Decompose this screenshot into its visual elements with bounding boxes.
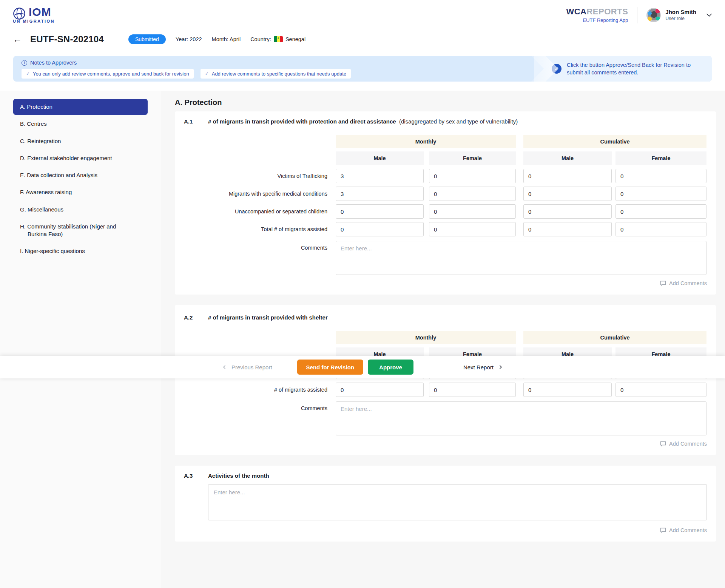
sidebar-item-protection[interactable]: A. Protection (13, 99, 148, 115)
header-divider (637, 7, 637, 23)
question-text: Activities of the month (208, 472, 269, 479)
value-input[interactable] (615, 222, 706, 236)
note-text: Add review comments to specific question… (212, 71, 346, 77)
row-label: Migrants with specific medical condition… (184, 191, 327, 197)
table-row: Victims of Trafficking (184, 169, 707, 183)
sidebar-item-data-collection[interactable]: E. Data collection and Analysis (13, 167, 148, 183)
add-comments-button[interactable]: Add Comments (660, 280, 707, 286)
question-text: # of migrants in transit provided with p… (208, 118, 396, 125)
notes-banner: i Notes to Approvers ✓You can only add r… (13, 56, 712, 82)
user-name: Jhon Smith (665, 9, 696, 15)
iom-logo: IOM UN MIGRATION (13, 6, 55, 23)
check-icon: ✓ (205, 71, 209, 76)
header-female: Female (429, 151, 516, 165)
value-input[interactable] (615, 383, 706, 397)
senegal-flag-icon (274, 36, 283, 42)
app-name: WCAREPORTS EUTF Reporting App (566, 7, 628, 23)
comments-textarea[interactable] (336, 241, 706, 275)
comments-row: Comments (184, 241, 707, 275)
value-input[interactable] (615, 204, 706, 219)
question-suffix: (disaggregated by sex and type of vulner… (398, 118, 518, 125)
value-input[interactable] (336, 169, 424, 183)
table-row: Total # of migrants assisted (184, 222, 707, 236)
row-label: Victims of Trafficking (184, 173, 327, 179)
comments-label: Comments (184, 405, 327, 411)
header-monthly: Monthly (336, 135, 516, 148)
value-input[interactable] (523, 204, 612, 219)
app-brand-secondary: REPORTS (586, 7, 628, 16)
header-cumulative: Cumulative (523, 331, 706, 344)
sidebar-item-external-stakeholder[interactable]: D. External stakeholder engagement (13, 150, 148, 166)
question-text: # of migrants in transit provided with s… (208, 314, 328, 321)
avatar[interactable] (646, 8, 661, 22)
send-for-revision-button[interactable]: Send for Revision (297, 360, 364, 375)
value-input[interactable] (429, 204, 516, 219)
comments-textarea[interactable] (336, 401, 706, 435)
sidebar-item-niger-questions[interactable]: I. Niger-specific questions (13, 243, 148, 259)
note-text: You can only add review comments, approv… (33, 71, 189, 77)
back-arrow-icon[interactable]: ← (13, 35, 22, 44)
value-input[interactable] (429, 383, 516, 397)
value-input[interactable] (336, 204, 424, 219)
report-month: Month: April (212, 36, 241, 42)
sidebar-item-miscellaneous[interactable]: G. Miscellaneous (13, 202, 148, 218)
sidebar-item-reintegration[interactable]: C. Reintegration (13, 133, 148, 149)
comments-row: Comments (184, 401, 707, 435)
title-divider (116, 34, 116, 45)
comments-label: Comments (184, 245, 327, 251)
sidebar-item-community-stabilisation[interactable]: H. Community Stabilisation (Niger and Bu… (13, 219, 138, 242)
report-title: EUTF-SN-202104 (30, 34, 104, 45)
activities-textarea[interactable] (208, 484, 707, 520)
section-title: A. Protection (175, 98, 716, 107)
table-row: Migrants with specific medical condition… (184, 187, 707, 201)
header-female: Female (615, 151, 706, 165)
info-icon: i (22, 60, 27, 66)
globe-icon (13, 7, 26, 20)
value-input[interactable] (429, 187, 516, 201)
add-comments-button[interactable]: Add Comments (660, 527, 707, 533)
notes-banner-title-row: i Notes to Approvers (22, 60, 351, 66)
value-input[interactable] (615, 187, 706, 201)
top-section: IOM UN MIGRATION WCAREPORTS EUTF Reporti… (0, 0, 725, 91)
user-menu[interactable]: Jhon Smith User role (646, 8, 712, 22)
report-country: Country: Senegal (250, 36, 305, 42)
question-card-a3: A.3 Activities of the month Add Comments (175, 466, 716, 542)
value-input[interactable] (336, 222, 424, 236)
header-male: Male (336, 151, 424, 165)
value-input[interactable] (336, 187, 424, 201)
header-male: Male (523, 151, 612, 165)
value-input[interactable] (336, 383, 424, 397)
chevron-left-icon (222, 365, 226, 369)
page: IOM UN MIGRATION WCAREPORTS EUTF Reporti… (0, 0, 725, 588)
header-monthly: Monthly (336, 331, 516, 344)
app-brand-primary: WCA (566, 7, 586, 16)
previous-report-button[interactable]: Previous Report (222, 364, 272, 370)
value-input[interactable] (523, 169, 612, 183)
report-year: Year: 2022 (176, 36, 202, 42)
question-code: A.3 (184, 472, 208, 479)
value-input[interactable] (615, 169, 706, 183)
chevron-down-icon[interactable] (706, 12, 712, 18)
value-input[interactable] (429, 222, 516, 236)
user-role: User role (665, 16, 696, 21)
value-input[interactable] (523, 222, 612, 236)
value-input[interactable] (523, 383, 612, 397)
main-content: A. Protection A.1 # of migrants in trans… (161, 91, 725, 588)
add-comments-button[interactable]: Add Comments (660, 441, 707, 447)
row-label: # of migrants assisted (184, 387, 327, 393)
check-icon: ✓ (26, 71, 30, 76)
country-label: Country: (250, 36, 271, 42)
sidebar-item-awareness[interactable]: F. Awareness raising (13, 184, 148, 200)
chevron-right-icon (499, 365, 503, 369)
question-card-a2: A.2 # of migrants in transit provided wi… (175, 305, 716, 455)
sidebar-item-centres[interactable]: B. Centres (13, 116, 148, 132)
table-sub-header-row: Male Female Male Female (184, 151, 707, 165)
approve-button[interactable]: Approve (368, 360, 413, 375)
value-input[interactable] (429, 169, 516, 183)
row-label: Unaccompanied or separated children (184, 208, 327, 215)
table-row: Unaccompanied or separated children (184, 204, 707, 219)
header-cumulative: Cumulative (523, 135, 706, 148)
logo-brand: IOM (29, 6, 55, 18)
next-report-button[interactable]: Next Report (463, 364, 503, 370)
value-input[interactable] (523, 187, 612, 201)
